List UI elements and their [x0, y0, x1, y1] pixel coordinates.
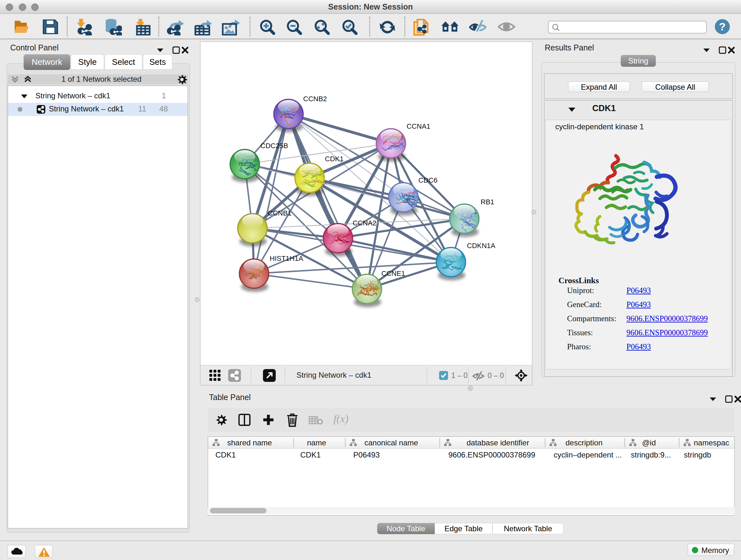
svg-text:CCNB2: CCNB2: [303, 95, 327, 103]
svg-text:CDC6: CDC6: [418, 176, 437, 184]
svg-text:canonical name: canonical name: [364, 438, 418, 447]
svg-text:RB1: RB1: [481, 198, 494, 206]
svg-text:@id: @id: [642, 438, 656, 447]
svg-text:CCNA2: CCNA2: [353, 219, 377, 227]
svg-text:shared name: shared name: [227, 438, 272, 447]
svg-text:CCNB1: CCNB1: [268, 209, 292, 217]
svg-text:CDC25B: CDC25B: [260, 142, 288, 150]
svg-text:name: name: [307, 438, 326, 447]
svg-text:CCNE1: CCNE1: [381, 269, 405, 277]
svg-text:description: description: [565, 438, 603, 447]
svg-text:namespac: namespac: [694, 438, 729, 447]
svg-text:CDKN1A: CDKN1A: [467, 242, 495, 250]
svg-text:CDK1: CDK1: [325, 155, 344, 163]
svg-text:database identifier: database identifier: [467, 438, 529, 447]
svg-text:HIST1H1A: HIST1H1A: [270, 254, 303, 262]
svg-text:CCNA1: CCNA1: [407, 122, 430, 130]
